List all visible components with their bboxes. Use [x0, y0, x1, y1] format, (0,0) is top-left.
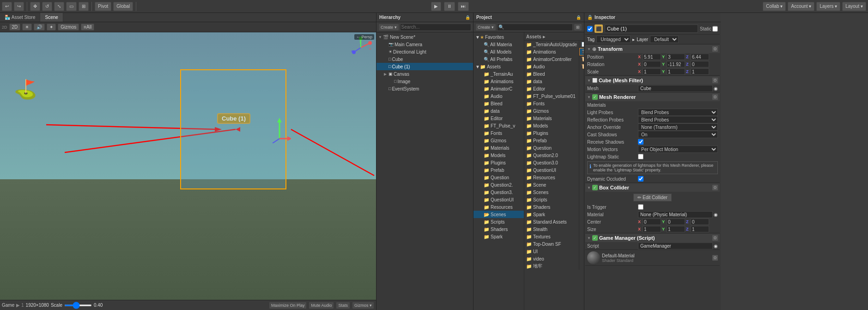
pc1-topdown[interactable]: 📁Top-Down SF	[524, 240, 579, 248]
pc1-question[interactable]: 📁Question	[524, 144, 579, 152]
bcm-select-icon[interactable]: ◉	[714, 212, 718, 217]
multi-button[interactable]: ⊞	[79, 2, 89, 11]
lp-select[interactable]: Blend Probes	[638, 109, 718, 116]
pc1-data[interactable]: 📁data	[524, 78, 579, 85]
mf-settings[interactable]: ⚙	[712, 78, 718, 83]
pc1-textures[interactable]: 📁Textures	[524, 233, 579, 240]
project-lock[interactable]: 🔒	[576, 15, 581, 20]
hierarchy-item-cube1[interactable]: □ Cube (1)	[376, 63, 473, 70]
hierarchy-item-dirlight[interactable]: ☀ Directional Light	[376, 48, 473, 55]
gm-header[interactable]: ▼ ✓ Game Manager (Script) ⚙	[585, 234, 720, 242]
mat-settings[interactable]: ⚙	[712, 255, 718, 261]
project-left-data[interactable]: 📁data	[473, 107, 524, 115]
pc1-question3[interactable]: 📁Question3.0	[524, 159, 579, 166]
pc1-scripts[interactable]: 📁Scripts	[524, 196, 579, 203]
obj-active-checkbox[interactable]	[587, 26, 593, 32]
pc1-question2[interactable]: 📁Question2.0	[524, 152, 579, 159]
mute-audio-button[interactable]: Mute Audio	[309, 302, 334, 309]
static-checkbox[interactable]	[712, 26, 718, 32]
rs-checkbox[interactable]	[638, 139, 643, 145]
pc1-editor[interactable]: 📁Editor	[524, 85, 579, 92]
gizmos-button[interactable]: Gizmos	[58, 24, 79, 30]
project-left-shaders[interactable]: 📁Shaders	[473, 225, 524, 233]
project-left-editor[interactable]: 📁Editor	[473, 115, 524, 122]
transform-header[interactable]: ▼ ⊕ Transform ⚙	[585, 45, 720, 53]
project-left-bleed[interactable]: 📁Bleed	[473, 100, 524, 107]
pivot-button[interactable]: Pivot	[95, 2, 111, 11]
rot-x[interactable]	[643, 61, 661, 67]
scale-button[interactable]: ⤡	[54, 2, 64, 11]
scl-y[interactable]	[667, 68, 685, 75]
pc1-fonts[interactable]: 📁Fonts	[524, 100, 579, 107]
scl-x[interactable]	[643, 68, 661, 75]
hierarchy-search[interactable]	[400, 24, 471, 31]
game-tab-label[interactable]: Game	[2, 303, 14, 308]
hierarchy-item-canvas[interactable]: ▶ ▣ Canvas	[376, 70, 473, 78]
pc1-materials[interactable]: 📁Materials	[524, 115, 579, 122]
project-all-prefabs[interactable]: 🔍 All Prefabs	[473, 55, 524, 63]
pc1-ftpulse[interactable]: 📁FT_Pulse_volume01	[524, 92, 579, 100]
undo-button[interactable]: ↩	[2, 2, 12, 11]
tag-select[interactable]: Untagged	[596, 36, 631, 43]
pc1-audio[interactable]: 📁Audio	[524, 63, 579, 70]
cs-select[interactable]: On	[638, 131, 718, 138]
project-left-audio[interactable]: 📁Audio	[473, 92, 524, 100]
project-assets-root[interactable]: ▼ 📁 Assets	[473, 63, 524, 70]
rp-select[interactable]: Blend Probes	[638, 116, 718, 123]
scale-slider[interactable]	[64, 304, 92, 306]
2d-button[interactable]: 2D	[9, 24, 21, 30]
project-left-question3[interactable]: 📁Question3.	[473, 188, 524, 196]
hierarchy-lock[interactable]: 🔒	[465, 15, 470, 20]
pc1-ui[interactable]: 📁UI	[524, 248, 579, 255]
script-select-icon[interactable]: ◉	[714, 243, 718, 249]
bc-header[interactable]: ▼ ✓ Box Collider ⚙	[585, 183, 720, 192]
obj-name-input[interactable]	[605, 24, 698, 33]
step-button[interactable]: ⏭	[458, 2, 469, 11]
project-left-scripts[interactable]: 📁Scripts	[473, 218, 524, 225]
project-view-button[interactable]: ⊞	[574, 24, 582, 31]
hierarchy-item-cube[interactable]: □ Cube	[376, 55, 473, 63]
project-left-question2[interactable]: 📁Question2.	[473, 181, 524, 188]
global-button[interactable]: Global	[113, 2, 133, 11]
transform-button[interactable]: ✥	[30, 2, 40, 11]
project-all-models[interactable]: 🔍 All Models	[473, 48, 524, 55]
edit-collider-button[interactable]: ✏ Edit Collider	[633, 194, 672, 201]
ao-select[interactable]: None (Transform)	[638, 123, 718, 131]
pc2-newscene[interactable]: 🎬 New Scene	[579, 48, 584, 55]
scl-z[interactable]	[691, 68, 709, 75]
pc1-questionui[interactable]: 📁QuestionUI	[524, 166, 579, 174]
pc2-gamemanager[interactable]: 📄 GameManager	[579, 41, 584, 48]
bsy-input[interactable]	[667, 226, 685, 232]
cy-input[interactable]	[667, 219, 685, 225]
layers-button[interactable]: Layers ▾	[816, 2, 840, 11]
pos-z[interactable]	[691, 54, 709, 60]
layer-select[interactable]: Default	[650, 36, 679, 43]
all-button[interactable]: ≡All	[81, 24, 94, 30]
project-left-questionui[interactable]: 📁QuestionUI	[473, 196, 524, 203]
gizmos2-button[interactable]: Gizmos ▾	[352, 302, 374, 309]
bc-check[interactable]: ✓	[592, 185, 598, 190]
pc1-scenes[interactable]: 📁Scene	[524, 181, 579, 188]
bsx-input[interactable]	[643, 226, 661, 232]
rot-y[interactable]	[667, 61, 685, 67]
pc1-animations[interactable]: 📁Animations	[524, 48, 579, 55]
hierarchy-item-eventsystem[interactable]: □ EventSystem	[376, 85, 473, 92]
project-create-button[interactable]: Create ▾	[475, 24, 496, 31]
asset-store-tab[interactable]: 🏪 Asset Store	[0, 13, 40, 22]
cx-input[interactable]	[643, 219, 661, 225]
mesh-renderer-header[interactable]: ▼ ✓ Mesh Renderer ⚙	[585, 93, 720, 101]
stats-button[interactable]: Stats	[336, 302, 350, 309]
pc1-spark[interactable]: 📁Spark	[524, 211, 579, 218]
project-favorites[interactable]: ▼ ★ Favorites	[473, 33, 524, 41]
mr-settings[interactable]: ⚙	[712, 94, 718, 100]
pc1-prefab[interactable]: 📁Prefab	[524, 137, 579, 144]
pc1-animatorc[interactable]: 📁AnimatorController	[524, 55, 579, 63]
hierarchy-scene-root[interactable]: ▼ 🎬 New Scene*	[376, 33, 473, 41]
fx-button[interactable]: ✦	[47, 24, 56, 30]
layout-button[interactable]: Layout ▾	[842, 2, 866, 11]
pc1-standard[interactable]: 📁Standard Assets	[524, 218, 579, 225]
project-left-materials[interactable]: 📁Materials	[473, 144, 524, 152]
mesh-select-icon[interactable]: ◉	[714, 86, 718, 91]
project-left-question[interactable]: 📁Question	[473, 174, 524, 181]
project-left-animations[interactable]: 📁Animations	[473, 78, 524, 85]
